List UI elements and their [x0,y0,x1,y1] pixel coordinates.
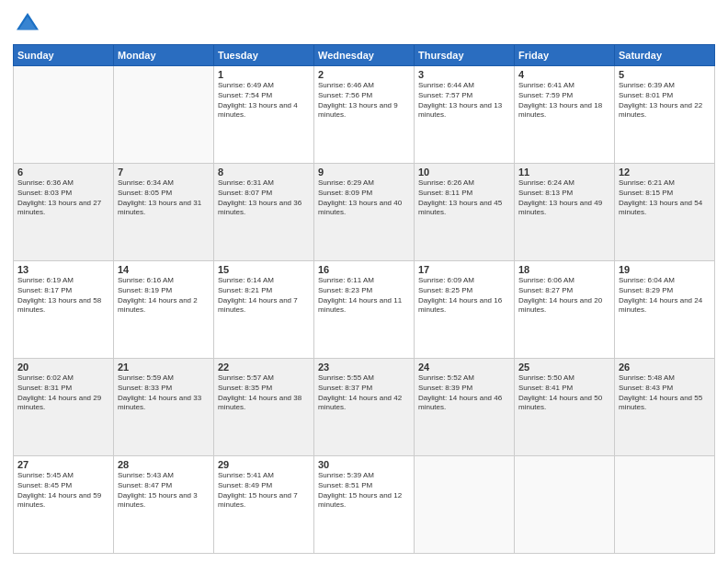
calendar-day-28: 28Sunrise: 5:43 AM Sunset: 8:47 PM Dayli… [114,456,214,554]
calendar-day-3: 3Sunrise: 6:44 AM Sunset: 7:57 PM Daylig… [415,66,515,164]
day-number: 26 [619,362,711,373]
calendar-day-4: 4Sunrise: 6:41 AM Sunset: 7:59 PM Daylig… [515,66,615,164]
day-number: 15 [218,264,310,275]
day-info: Sunrise: 6:09 AM Sunset: 8:25 PM Dayligh… [418,276,510,316]
calendar-header-tuesday: Tuesday [214,45,314,66]
day-number: 23 [318,362,410,373]
day-number: 5 [619,69,711,80]
day-info: Sunrise: 5:52 AM Sunset: 8:39 PM Dayligh… [418,373,510,413]
day-info: Sunrise: 6:14 AM Sunset: 8:21 PM Dayligh… [218,276,310,316]
logo [13,9,46,39]
calendar-day-16: 16Sunrise: 6:11 AM Sunset: 8:23 PM Dayli… [314,261,415,359]
calendar-day-26: 26Sunrise: 5:48 AM Sunset: 8:43 PM Dayli… [615,359,715,456]
day-number: 30 [318,459,410,470]
page: SundayMondayTuesdayWednesdayThursdayFrid… [0,0,728,563]
day-number: 24 [418,362,510,373]
day-info: Sunrise: 5:55 AM Sunset: 8:37 PM Dayligh… [318,373,410,413]
day-number: 13 [17,264,109,275]
day-info: Sunrise: 5:41 AM Sunset: 8:49 PM Dayligh… [218,471,310,511]
day-info: Sunrise: 5:57 AM Sunset: 8:35 PM Dayligh… [218,373,310,413]
day-number: 25 [518,362,610,373]
calendar-header-friday: Friday [515,45,615,66]
day-number: 3 [418,69,510,80]
calendar-week-row: 27Sunrise: 5:45 AM Sunset: 8:45 PM Dayli… [14,456,715,554]
calendar-week-row: 1Sunrise: 6:49 AM Sunset: 7:54 PM Daylig… [14,66,715,164]
calendar-day-13: 13Sunrise: 6:19 AM Sunset: 8:17 PM Dayli… [14,261,114,359]
day-info: Sunrise: 6:31 AM Sunset: 8:07 PM Dayligh… [218,178,310,218]
calendar-day-21: 21Sunrise: 5:59 AM Sunset: 8:33 PM Dayli… [114,359,214,456]
calendar-day-30: 30Sunrise: 5:39 AM Sunset: 8:51 PM Dayli… [314,456,415,554]
calendar-day-12: 12Sunrise: 6:21 AM Sunset: 8:15 PM Dayli… [615,164,715,261]
day-info: Sunrise: 5:50 AM Sunset: 8:41 PM Dayligh… [518,373,610,413]
day-info: Sunrise: 5:59 AM Sunset: 8:33 PM Dayligh… [118,373,210,413]
day-info: Sunrise: 6:11 AM Sunset: 8:23 PM Dayligh… [318,276,410,316]
day-number: 9 [318,167,410,178]
day-number: 18 [518,264,610,275]
calendar-day-10: 10Sunrise: 6:26 AM Sunset: 8:11 PM Dayli… [415,164,515,261]
day-number: 1 [218,69,310,80]
calendar-header-wednesday: Wednesday [314,45,415,66]
calendar-day-24: 24Sunrise: 5:52 AM Sunset: 8:39 PM Dayli… [415,359,515,456]
day-number: 29 [218,459,310,470]
calendar-day-5: 5Sunrise: 6:39 AM Sunset: 8:01 PM Daylig… [615,66,715,164]
day-info: Sunrise: 5:39 AM Sunset: 8:51 PM Dayligh… [318,471,410,511]
day-number: 8 [218,167,310,178]
day-number: 12 [619,167,711,178]
calendar-day-29: 29Sunrise: 5:41 AM Sunset: 8:49 PM Dayli… [214,456,314,554]
day-info: Sunrise: 5:48 AM Sunset: 8:43 PM Dayligh… [619,373,711,413]
calendar-day-25: 25Sunrise: 5:50 AM Sunset: 8:41 PM Dayli… [515,359,615,456]
day-number: 10 [418,167,510,178]
calendar-header-saturday: Saturday [615,45,715,66]
day-info: Sunrise: 6:34 AM Sunset: 8:05 PM Dayligh… [118,178,210,218]
day-number: 6 [17,167,109,178]
day-info: Sunrise: 6:04 AM Sunset: 8:29 PM Dayligh… [619,276,711,316]
calendar-day-19: 19Sunrise: 6:04 AM Sunset: 8:29 PM Dayli… [615,261,715,359]
day-info: Sunrise: 6:19 AM Sunset: 8:17 PM Dayligh… [17,276,109,316]
day-number: 27 [17,459,109,470]
calendar-header-sunday: Sunday [14,45,114,66]
logo-icon [13,9,42,39]
day-info: Sunrise: 6:24 AM Sunset: 8:13 PM Dayligh… [518,178,610,218]
calendar-day-8: 8Sunrise: 6:31 AM Sunset: 8:07 PM Daylig… [214,164,314,261]
calendar-week-row: 6Sunrise: 6:36 AM Sunset: 8:03 PM Daylig… [14,164,715,261]
calendar-day-11: 11Sunrise: 6:24 AM Sunset: 8:13 PM Dayli… [515,164,615,261]
calendar-day-18: 18Sunrise: 6:06 AM Sunset: 8:27 PM Dayli… [515,261,615,359]
day-info: Sunrise: 6:02 AM Sunset: 8:31 PM Dayligh… [17,373,109,413]
calendar-day-20: 20Sunrise: 6:02 AM Sunset: 8:31 PM Dayli… [14,359,114,456]
calendar-week-row: 20Sunrise: 6:02 AM Sunset: 8:31 PM Dayli… [14,359,715,456]
calendar-day-22: 22Sunrise: 5:57 AM Sunset: 8:35 PM Dayli… [214,359,314,456]
day-info: Sunrise: 6:41 AM Sunset: 7:59 PM Dayligh… [518,81,610,121]
day-number: 7 [118,167,210,178]
calendar-day-7: 7Sunrise: 6:34 AM Sunset: 8:05 PM Daylig… [114,164,214,261]
day-info: Sunrise: 6:39 AM Sunset: 8:01 PM Dayligh… [619,81,711,121]
calendar-table: SundayMondayTuesdayWednesdayThursdayFrid… [13,44,715,554]
calendar-week-row: 13Sunrise: 6:19 AM Sunset: 8:17 PM Dayli… [14,261,715,359]
calendar-day-15: 15Sunrise: 6:14 AM Sunset: 8:21 PM Dayli… [214,261,314,359]
day-number: 20 [17,362,109,373]
day-info: Sunrise: 6:06 AM Sunset: 8:27 PM Dayligh… [518,276,610,316]
calendar-day-14: 14Sunrise: 6:16 AM Sunset: 8:19 PM Dayli… [114,261,214,359]
day-number: 16 [318,264,410,275]
day-info: Sunrise: 6:29 AM Sunset: 8:09 PM Dayligh… [318,178,410,218]
day-info: Sunrise: 6:26 AM Sunset: 8:11 PM Dayligh… [418,178,510,218]
day-number: 28 [118,459,210,470]
day-info: Sunrise: 6:44 AM Sunset: 7:57 PM Dayligh… [418,81,510,121]
calendar-day-1: 1Sunrise: 6:49 AM Sunset: 7:54 PM Daylig… [214,66,314,164]
header [13,9,715,39]
day-info: Sunrise: 6:49 AM Sunset: 7:54 PM Dayligh… [218,81,310,121]
day-info: Sunrise: 6:36 AM Sunset: 8:03 PM Dayligh… [17,178,109,218]
calendar-day-17: 17Sunrise: 6:09 AM Sunset: 8:25 PM Dayli… [415,261,515,359]
day-number: 4 [518,69,610,80]
calendar-day-23: 23Sunrise: 5:55 AM Sunset: 8:37 PM Dayli… [314,359,415,456]
day-info: Sunrise: 6:21 AM Sunset: 8:15 PM Dayligh… [619,178,711,218]
day-info: Sunrise: 6:46 AM Sunset: 7:56 PM Dayligh… [318,81,410,121]
calendar-header-monday: Monday [114,45,214,66]
calendar-empty-cell [114,66,214,164]
calendar-empty-cell [14,66,114,164]
day-number: 19 [619,264,711,275]
calendar-header-thursday: Thursday [415,45,515,66]
calendar-day-6: 6Sunrise: 6:36 AM Sunset: 8:03 PM Daylig… [14,164,114,261]
day-info: Sunrise: 5:45 AM Sunset: 8:45 PM Dayligh… [17,471,109,511]
day-number: 22 [218,362,310,373]
calendar-empty-cell [515,456,615,554]
